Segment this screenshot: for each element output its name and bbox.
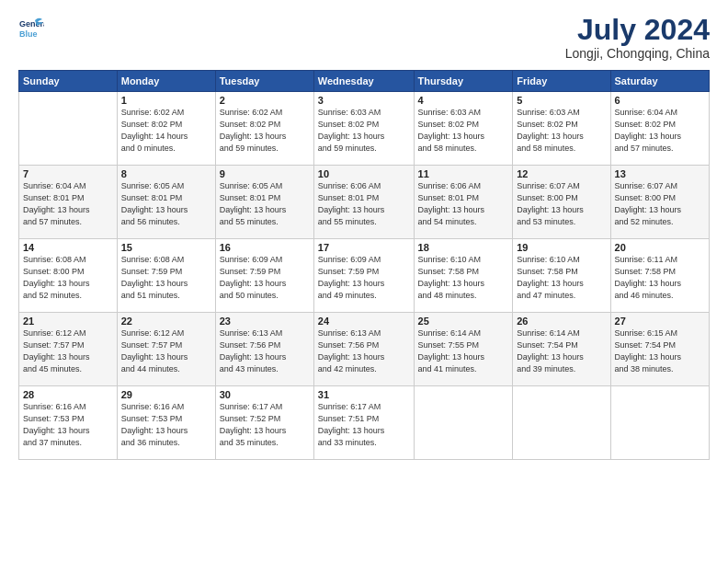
calendar-col-wednesday: Wednesday bbox=[313, 71, 414, 92]
calendar-cell: 27Sunrise: 6:15 AM Sunset: 7:54 PM Dayli… bbox=[610, 313, 709, 386]
calendar-cell: 5Sunrise: 6:03 AM Sunset: 8:02 PM Daylig… bbox=[513, 92, 610, 166]
day-info: Sunrise: 6:03 AM Sunset: 8:02 PM Dayligh… bbox=[418, 107, 509, 155]
day-info: Sunrise: 6:10 AM Sunset: 7:58 PM Dayligh… bbox=[418, 254, 509, 302]
calendar-cell: 24Sunrise: 6:13 AM Sunset: 7:56 PM Dayli… bbox=[313, 313, 414, 386]
day-info: Sunrise: 6:07 AM Sunset: 8:00 PM Dayligh… bbox=[517, 180, 606, 228]
calendar-cell: 22Sunrise: 6:12 AM Sunset: 7:57 PM Dayli… bbox=[117, 313, 215, 386]
calendar-col-monday: Monday bbox=[117, 71, 215, 92]
calendar-cell: 2Sunrise: 6:02 AM Sunset: 8:02 PM Daylig… bbox=[215, 92, 313, 166]
day-number: 2 bbox=[220, 95, 310, 106]
day-info: Sunrise: 6:17 AM Sunset: 7:52 PM Dayligh… bbox=[220, 401, 310, 449]
day-info: Sunrise: 6:09 AM Sunset: 7:59 PM Dayligh… bbox=[318, 254, 410, 302]
calendar-cell: 17Sunrise: 6:09 AM Sunset: 7:59 PM Dayli… bbox=[313, 239, 414, 313]
day-info: Sunrise: 6:05 AM Sunset: 8:01 PM Dayligh… bbox=[121, 180, 211, 228]
calendar-cell: 7Sunrise: 6:04 AM Sunset: 8:01 PM Daylig… bbox=[19, 166, 118, 239]
day-info: Sunrise: 6:13 AM Sunset: 7:56 PM Dayligh… bbox=[220, 327, 310, 375]
day-number: 20 bbox=[615, 242, 705, 253]
day-number: 22 bbox=[121, 316, 211, 327]
day-number: 7 bbox=[23, 168, 113, 179]
calendar-header: SundayMondayTuesdayWednesdayThursdayFrid… bbox=[19, 71, 710, 92]
day-number: 29 bbox=[121, 389, 211, 400]
day-number: 14 bbox=[23, 242, 113, 253]
day-info: Sunrise: 6:15 AM Sunset: 7:54 PM Dayligh… bbox=[615, 327, 705, 375]
day-info: Sunrise: 6:16 AM Sunset: 7:53 PM Dayligh… bbox=[121, 401, 211, 449]
calendar-cell: 8Sunrise: 6:05 AM Sunset: 8:01 PM Daylig… bbox=[117, 166, 215, 239]
subtitle: Longji, Chongqing, China bbox=[565, 46, 710, 61]
calendar-week-1: 1Sunrise: 6:02 AM Sunset: 8:02 PM Daylig… bbox=[19, 92, 710, 166]
calendar-week-2: 7Sunrise: 6:04 AM Sunset: 8:01 PM Daylig… bbox=[19, 166, 710, 239]
main-title: July 2024 bbox=[565, 15, 710, 44]
logo-icon: General Blue bbox=[18, 15, 44, 40]
logo: General Blue bbox=[18, 15, 44, 40]
day-info: Sunrise: 6:17 AM Sunset: 7:51 PM Dayligh… bbox=[318, 401, 410, 449]
calendar-cell: 6Sunrise: 6:04 AM Sunset: 8:02 PM Daylig… bbox=[610, 92, 709, 166]
day-info: Sunrise: 6:11 AM Sunset: 7:58 PM Dayligh… bbox=[615, 254, 705, 302]
day-number: 15 bbox=[121, 242, 211, 253]
day-number: 11 bbox=[418, 168, 509, 179]
calendar-cell bbox=[414, 386, 513, 460]
day-info: Sunrise: 6:02 AM Sunset: 8:02 PM Dayligh… bbox=[121, 107, 211, 155]
day-number: 8 bbox=[121, 168, 211, 179]
calendar-cell bbox=[513, 386, 610, 460]
day-number: 4 bbox=[418, 95, 509, 106]
day-info: Sunrise: 6:05 AM Sunset: 8:01 PM Dayligh… bbox=[220, 180, 310, 228]
calendar-cell: 20Sunrise: 6:11 AM Sunset: 7:58 PM Dayli… bbox=[610, 239, 709, 313]
day-number: 31 bbox=[318, 389, 410, 400]
calendar-cell: 31Sunrise: 6:17 AM Sunset: 7:51 PM Dayli… bbox=[313, 386, 414, 460]
page: General Blue July 2024 Longji, Chongqing… bbox=[0, 0, 728, 563]
day-number: 3 bbox=[318, 95, 410, 106]
day-info: Sunrise: 6:06 AM Sunset: 8:01 PM Dayligh… bbox=[418, 180, 509, 228]
day-number: 1 bbox=[121, 95, 211, 106]
calendar-cell: 12Sunrise: 6:07 AM Sunset: 8:00 PM Dayli… bbox=[513, 166, 610, 239]
calendar-cell: 15Sunrise: 6:08 AM Sunset: 7:59 PM Dayli… bbox=[117, 239, 215, 313]
day-number: 28 bbox=[23, 389, 113, 400]
calendar-cell: 18Sunrise: 6:10 AM Sunset: 7:58 PM Dayli… bbox=[414, 239, 513, 313]
calendar-col-friday: Friday bbox=[513, 71, 610, 92]
day-number: 12 bbox=[517, 168, 606, 179]
day-number: 24 bbox=[318, 316, 410, 327]
day-number: 5 bbox=[517, 95, 606, 106]
calendar-table: SundayMondayTuesdayWednesdayThursdayFrid… bbox=[18, 70, 710, 460]
calendar-cell: 29Sunrise: 6:16 AM Sunset: 7:53 PM Dayli… bbox=[117, 386, 215, 460]
calendar-cell bbox=[19, 92, 118, 166]
day-number: 10 bbox=[318, 168, 410, 179]
calendar-cell: 9Sunrise: 6:05 AM Sunset: 8:01 PM Daylig… bbox=[215, 166, 313, 239]
day-number: 26 bbox=[517, 316, 606, 327]
calendar-cell: 11Sunrise: 6:06 AM Sunset: 8:01 PM Dayli… bbox=[414, 166, 513, 239]
day-info: Sunrise: 6:09 AM Sunset: 7:59 PM Dayligh… bbox=[220, 254, 310, 302]
day-number: 9 bbox=[220, 168, 310, 179]
calendar-cell: 3Sunrise: 6:03 AM Sunset: 8:02 PM Daylig… bbox=[313, 92, 414, 166]
day-info: Sunrise: 6:14 AM Sunset: 7:55 PM Dayligh… bbox=[418, 327, 509, 375]
day-number: 18 bbox=[418, 242, 509, 253]
calendar-cell: 26Sunrise: 6:14 AM Sunset: 7:54 PM Dayli… bbox=[513, 313, 610, 386]
calendar-cell: 30Sunrise: 6:17 AM Sunset: 7:52 PM Dayli… bbox=[215, 386, 313, 460]
calendar-header-row: SundayMondayTuesdayWednesdayThursdayFrid… bbox=[19, 71, 710, 92]
calendar-cell: 28Sunrise: 6:16 AM Sunset: 7:53 PM Dayli… bbox=[19, 386, 118, 460]
day-number: 21 bbox=[23, 316, 113, 327]
day-info: Sunrise: 6:03 AM Sunset: 8:02 PM Dayligh… bbox=[318, 107, 410, 155]
calendar-cell: 13Sunrise: 6:07 AM Sunset: 8:00 PM Dayli… bbox=[610, 166, 709, 239]
day-number: 13 bbox=[615, 168, 705, 179]
day-info: Sunrise: 6:08 AM Sunset: 8:00 PM Dayligh… bbox=[23, 254, 113, 302]
day-info: Sunrise: 6:07 AM Sunset: 8:00 PM Dayligh… bbox=[615, 180, 705, 228]
day-info: Sunrise: 6:12 AM Sunset: 7:57 PM Dayligh… bbox=[23, 327, 113, 375]
calendar-cell: 21Sunrise: 6:12 AM Sunset: 7:57 PM Dayli… bbox=[19, 313, 118, 386]
day-info: Sunrise: 6:04 AM Sunset: 8:02 PM Dayligh… bbox=[615, 107, 705, 155]
calendar-week-3: 14Sunrise: 6:08 AM Sunset: 8:00 PM Dayli… bbox=[19, 239, 710, 313]
calendar-cell: 14Sunrise: 6:08 AM Sunset: 8:00 PM Dayli… bbox=[19, 239, 118, 313]
calendar-week-5: 28Sunrise: 6:16 AM Sunset: 7:53 PM Dayli… bbox=[19, 386, 710, 460]
day-info: Sunrise: 6:06 AM Sunset: 8:01 PM Dayligh… bbox=[318, 180, 410, 228]
day-number: 27 bbox=[615, 316, 705, 327]
day-info: Sunrise: 6:03 AM Sunset: 8:02 PM Dayligh… bbox=[517, 107, 606, 155]
calendar-cell: 25Sunrise: 6:14 AM Sunset: 7:55 PM Dayli… bbox=[414, 313, 513, 386]
day-number: 19 bbox=[517, 242, 606, 253]
calendar-col-saturday: Saturday bbox=[610, 71, 709, 92]
calendar-cell: 10Sunrise: 6:06 AM Sunset: 8:01 PM Dayli… bbox=[313, 166, 414, 239]
calendar-cell: 23Sunrise: 6:13 AM Sunset: 7:56 PM Dayli… bbox=[215, 313, 313, 386]
day-info: Sunrise: 6:08 AM Sunset: 7:59 PM Dayligh… bbox=[121, 254, 211, 302]
day-number: 16 bbox=[220, 242, 310, 253]
calendar-cell: 16Sunrise: 6:09 AM Sunset: 7:59 PM Dayli… bbox=[215, 239, 313, 313]
calendar-body: 1Sunrise: 6:02 AM Sunset: 8:02 PM Daylig… bbox=[19, 92, 710, 460]
day-number: 25 bbox=[418, 316, 509, 327]
header: General Blue July 2024 Longji, Chongqing… bbox=[18, 15, 710, 61]
